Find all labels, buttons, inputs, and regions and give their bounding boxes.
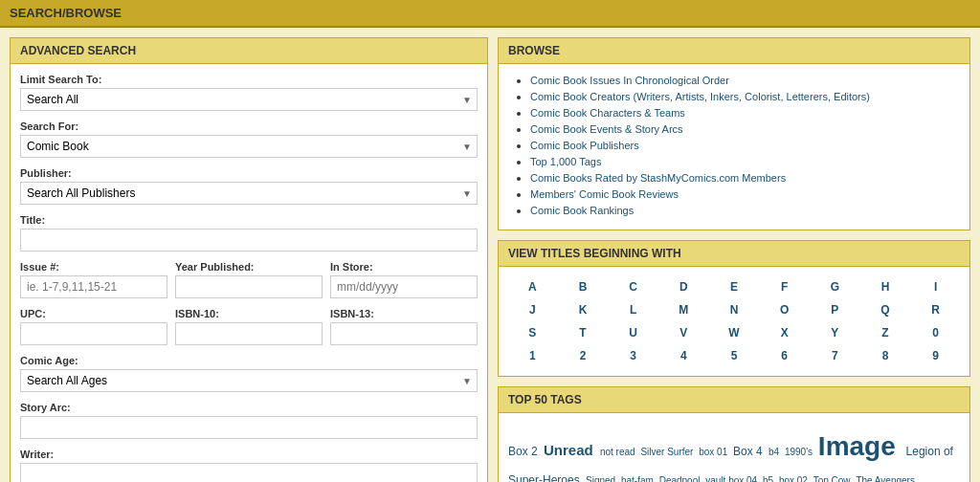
tag-item[interactable]: The Avengers xyxy=(856,475,915,482)
title-input[interactable] xyxy=(20,229,478,252)
tag-item[interactable]: Deadpool xyxy=(659,475,703,482)
alpha-cell[interactable]: 4 xyxy=(659,345,708,366)
alpha-cell[interactable]: A xyxy=(508,276,557,297)
isbn13-input[interactable] xyxy=(330,322,478,345)
alpha-cell[interactable]: I xyxy=(911,276,960,297)
writer-group: Writer: xyxy=(20,449,478,482)
browse-title: BROWSE xyxy=(499,38,969,64)
alpha-cell[interactable]: 9 xyxy=(911,345,960,366)
tag-item[interactable]: b4 xyxy=(768,447,782,457)
alpha-cell[interactable]: N xyxy=(710,299,759,320)
page-header: SEARCH/BROWSE xyxy=(0,0,980,28)
instore-input[interactable] xyxy=(330,275,478,298)
publisher-select[interactable]: Search All Publishers xyxy=(20,182,478,205)
tag-item[interactable]: box 02 xyxy=(779,475,811,482)
right-panel: BROWSE Comic Book Issues In Chronologica… xyxy=(498,37,970,482)
alpha-cell[interactable]: U xyxy=(609,322,657,343)
alpha-cell[interactable]: C xyxy=(609,276,657,297)
alpha-cell[interactable]: B xyxy=(559,276,608,297)
age-wrapper[interactable]: Search All Ages ▼ xyxy=(20,369,478,392)
alpha-cell[interactable]: E xyxy=(710,276,759,297)
browse-box: BROWSE Comic Book Issues In Chronologica… xyxy=(498,37,970,230)
browse-link[interactable]: Comic Book Events & Story Arcs xyxy=(530,123,683,135)
browse-link[interactable]: Comic Book Issues In Chronological Order xyxy=(530,75,729,86)
browse-link[interactable]: Members' Comic Book Reviews xyxy=(530,188,679,200)
storyarc-input[interactable] xyxy=(20,416,478,439)
age-group: Comic Age: Search All Ages ▼ xyxy=(20,355,478,392)
alpha-cell[interactable]: M xyxy=(659,299,708,320)
limit-search-wrapper[interactable]: Search All ▼ xyxy=(20,88,478,111)
age-label: Comic Age: xyxy=(20,355,478,366)
search-for-group: Search For: Comic Book ▼ xyxy=(20,120,478,158)
alpha-grid: ABCDEFGHIJKLMNOPQRSTUVWXYZ0123456789 xyxy=(499,267,969,376)
browse-link[interactable]: Comic Book Publishers xyxy=(530,140,639,151)
isbn10-col: ISBN-10: xyxy=(175,308,323,345)
alpha-title: VIEW TITLES BEGINNING WITH xyxy=(499,241,969,267)
alpha-cell[interactable]: Q xyxy=(861,299,910,320)
title-group: Title: xyxy=(20,214,478,252)
issue-input[interactable] xyxy=(20,275,167,298)
tag-item[interactable]: Silver Surfer xyxy=(640,447,696,457)
alpha-cell[interactable]: V xyxy=(659,322,708,343)
alpha-cell[interactable]: Y xyxy=(811,322,859,343)
tag-item[interactable]: Unread xyxy=(544,442,597,458)
browse-link[interactable]: Comic Book Creators (Writers, Artists, I… xyxy=(530,91,870,102)
upc-input[interactable] xyxy=(20,322,167,345)
age-select[interactable]: Search All Ages xyxy=(20,369,478,392)
alpha-cell[interactable]: 5 xyxy=(710,345,759,366)
alpha-cell[interactable]: L xyxy=(609,299,657,320)
row-upc-isbn: UPC: ISBN-10: ISBN-13: xyxy=(20,308,478,345)
alpha-cell[interactable]: K xyxy=(559,299,608,320)
instore-col: In Store: xyxy=(330,261,478,298)
row-issue-year-store: Issue #: Year Published: In Store: xyxy=(20,261,478,298)
tag-item[interactable]: Box 4 xyxy=(733,445,766,458)
alpha-cell[interactable]: J xyxy=(508,299,557,320)
tag-item[interactable]: bat-fam xyxy=(621,475,657,482)
tag-item[interactable]: b5 xyxy=(763,475,776,482)
alpha-cell[interactable]: 7 xyxy=(811,345,859,366)
search-for-wrapper[interactable]: Comic Book ▼ xyxy=(20,135,478,158)
alpha-cell[interactable]: S xyxy=(508,322,557,343)
limit-search-group: Limit Search To: Search All ▼ xyxy=(20,74,478,111)
tags-title: TOP 50 TAGS xyxy=(499,387,969,413)
tag-item[interactable]: Image xyxy=(818,431,903,461)
alpha-cell[interactable]: 1 xyxy=(508,345,557,366)
alpha-cell[interactable]: P xyxy=(811,299,859,320)
tag-item[interactable]: not read xyxy=(600,447,637,457)
alpha-cell[interactable]: 0 xyxy=(911,322,960,343)
tag-item[interactable]: Box 2 xyxy=(508,445,541,458)
limit-search-select[interactable]: Search All xyxy=(20,88,478,111)
alpha-cell[interactable]: Z xyxy=(861,322,910,343)
tag-item[interactable]: 1990's xyxy=(785,447,815,457)
alpha-cell[interactable]: 2 xyxy=(559,345,608,366)
alpha-cell[interactable]: X xyxy=(760,322,809,343)
alpha-cell[interactable]: R xyxy=(911,299,960,320)
alpha-box: VIEW TITLES BEGINNING WITH ABCDEFGHIJKLM… xyxy=(498,240,970,377)
browse-link[interactable]: Comic Book Characters & Teams xyxy=(530,107,685,119)
alpha-cell[interactable]: O xyxy=(760,299,809,320)
browse-link[interactable]: Comic Books Rated by StashMyComics.com M… xyxy=(530,172,786,184)
publisher-label: Publisher: xyxy=(20,167,478,179)
advanced-search-content: Limit Search To: Search All ▼ Search For… xyxy=(11,64,487,482)
storyarc-label: Story Arc: xyxy=(20,402,478,413)
alpha-cell[interactable]: G xyxy=(811,276,859,297)
alpha-cell[interactable]: F xyxy=(760,276,809,297)
isbn10-input[interactable] xyxy=(175,322,323,345)
publisher-wrapper[interactable]: Search All Publishers ▼ xyxy=(20,182,478,205)
year-input[interactable] xyxy=(175,275,323,298)
search-for-select[interactable]: Comic Book xyxy=(20,135,478,158)
writer-input[interactable] xyxy=(20,463,478,482)
alpha-cell[interactable]: T xyxy=(559,322,608,343)
tag-item[interactable]: vault box 04 xyxy=(705,475,760,482)
browse-link[interactable]: Top 1,000 Tags xyxy=(530,156,601,167)
alpha-cell[interactable]: 3 xyxy=(609,345,657,366)
alpha-cell[interactable]: 6 xyxy=(760,345,809,366)
alpha-cell[interactable]: W xyxy=(710,322,759,343)
tag-item[interactable]: Top Cow xyxy=(813,475,854,482)
browse-link[interactable]: Comic Book Rankings xyxy=(530,205,634,216)
tag-item[interactable]: Signed xyxy=(586,475,618,482)
alpha-cell[interactable]: D xyxy=(659,276,708,297)
tag-item[interactable]: box 01 xyxy=(699,447,730,457)
alpha-cell[interactable]: H xyxy=(861,276,910,297)
alpha-cell[interactable]: 8 xyxy=(861,345,910,366)
